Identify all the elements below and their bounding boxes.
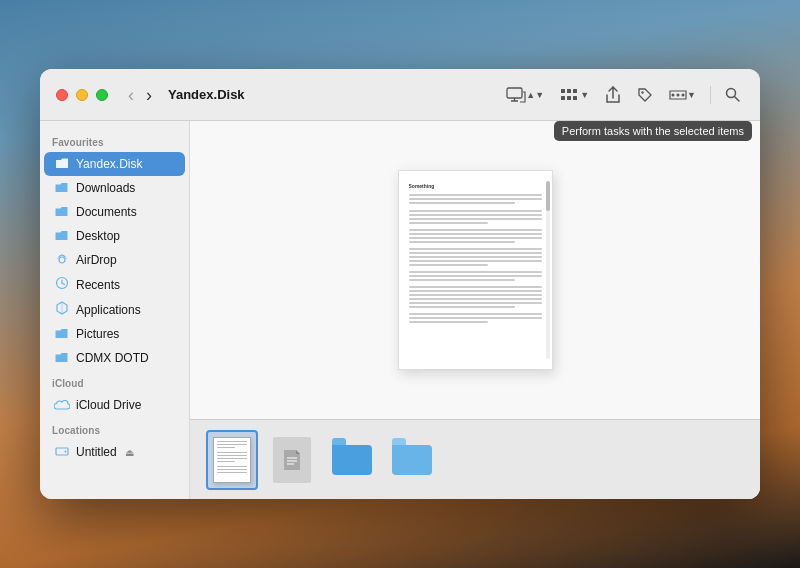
svg-rect-0 — [507, 88, 522, 98]
doc-line — [409, 210, 542, 212]
eject-icon[interactable]: ⏏ — [125, 447, 134, 458]
locations-label: Locations — [40, 417, 189, 440]
doc-line — [409, 313, 542, 315]
sidebar-item-desktop[interactable]: Desktop — [44, 224, 185, 248]
titlebar: ‹ › Yandex.Disk ▲▼ — [40, 69, 760, 121]
file-strip — [190, 419, 760, 499]
thumb-line — [217, 472, 247, 474]
doc-scrollbar — [546, 181, 550, 359]
thumb-line — [217, 452, 247, 454]
thumb-line — [217, 469, 247, 471]
sidebar-label-downloads: Downloads — [76, 181, 135, 195]
svg-rect-8 — [573, 96, 577, 100]
svg-point-22 — [65, 451, 67, 453]
doc-thumbnail-2 — [273, 437, 311, 483]
action-button[interactable]: ▼ — [665, 83, 700, 107]
doc-line — [409, 222, 489, 224]
doc-line — [409, 264, 489, 266]
sidebar-item-icloud[interactable]: iCloud Drive — [44, 393, 185, 417]
thumb-line — [217, 455, 247, 457]
doc-line — [409, 248, 542, 250]
drive-icon — [54, 444, 70, 460]
doc-line — [409, 241, 515, 243]
svg-point-10 — [672, 93, 675, 96]
airdrop-icon — [54, 252, 70, 268]
doc-line — [409, 321, 489, 323]
grid-icon — [560, 88, 580, 102]
sidebar-item-yandex-disk[interactable]: Yandex.Disk — [44, 152, 185, 176]
doc-line — [409, 214, 542, 216]
maximize-button[interactable] — [96, 89, 108, 101]
doc-line — [409, 229, 542, 231]
doc-line — [409, 202, 515, 204]
file-thumb-doc1[interactable] — [206, 430, 258, 490]
folder-thumbnail-2 — [392, 445, 432, 475]
folder-svg — [55, 157, 69, 169]
svg-point-12 — [682, 93, 685, 96]
doc-thumbnail-1 — [213, 437, 251, 483]
cdmx-folder-icon — [54, 350, 70, 366]
doc-line — [409, 256, 542, 258]
sidebar-label-untitled: Untitled — [76, 445, 117, 459]
thumb-line — [217, 444, 247, 446]
svg-point-9 — [641, 91, 643, 93]
action-icon — [669, 87, 687, 103]
doc-line — [409, 279, 515, 281]
doc-line — [409, 302, 542, 304]
doc-line — [409, 298, 542, 300]
sidebar-item-downloads[interactable]: Downloads — [44, 176, 185, 200]
document-preview: Something — [398, 170, 553, 370]
main-content: Favourites Yandex.Disk Downloads — [40, 121, 760, 499]
doc-line — [409, 260, 542, 262]
doc-title: Something — [409, 183, 542, 189]
doc-line — [409, 237, 542, 239]
favourites-label: Favourites — [40, 129, 189, 152]
doc-line — [409, 198, 542, 200]
sidebar-item-airdrop[interactable]: AirDrop — [44, 248, 185, 272]
svg-point-11 — [677, 93, 680, 96]
search-button[interactable] — [721, 83, 744, 106]
sidebar-label-documents: Documents — [76, 205, 137, 219]
doc-line — [409, 252, 542, 254]
folder-svg — [55, 327, 69, 339]
file-thumb-folder2[interactable] — [386, 430, 438, 490]
doc-line — [409, 194, 542, 196]
search-icon — [725, 87, 740, 102]
sidebar: Favourites Yandex.Disk Downloads — [40, 121, 190, 499]
close-button[interactable] — [56, 89, 68, 101]
monitor-view-button[interactable]: ▲▼ — [502, 83, 548, 107]
file-thumb-doc2[interactable] — [266, 430, 318, 490]
sidebar-item-recents[interactable]: Recents — [44, 272, 185, 297]
forward-button[interactable]: › — [142, 84, 156, 106]
folder-svg — [55, 181, 69, 193]
svg-rect-5 — [573, 89, 577, 93]
doc-line — [409, 218, 542, 220]
tag-button[interactable] — [633, 83, 657, 107]
back-button[interactable]: ‹ — [124, 84, 138, 106]
folder-svg — [55, 229, 69, 241]
share-button[interactable] — [601, 82, 625, 108]
sidebar-item-untitled[interactable]: Untitled ⏏ — [44, 440, 185, 464]
sidebar-item-cdmx[interactable]: CDMX DOTD — [44, 346, 185, 370]
airdrop-svg — [55, 253, 69, 265]
pictures-folder-icon — [54, 326, 70, 342]
drive-svg — [55, 445, 69, 457]
doc-line — [409, 286, 542, 288]
minimize-button[interactable] — [76, 89, 88, 101]
preview-area: Something — [190, 121, 760, 419]
sidebar-label-pictures: Pictures — [76, 327, 119, 341]
sidebar-item-documents[interactable]: Documents — [44, 200, 185, 224]
monitor-dropdown-icon: ▲▼ — [526, 90, 544, 100]
window-controls — [56, 89, 108, 101]
file-thumb-folder1[interactable] — [326, 430, 378, 490]
folder-svg — [55, 205, 69, 217]
clock-svg — [55, 276, 69, 290]
thumb-line — [217, 466, 247, 468]
sidebar-item-pictures[interactable]: Pictures — [44, 322, 185, 346]
sidebar-item-applications[interactable]: Applications — [44, 297, 185, 322]
doc-line — [409, 317, 542, 319]
view-options-button[interactable]: ▼ — [556, 84, 593, 106]
svg-rect-6 — [561, 96, 565, 100]
action-dropdown-icon: ▼ — [687, 90, 696, 100]
icloud-icon — [54, 397, 70, 413]
